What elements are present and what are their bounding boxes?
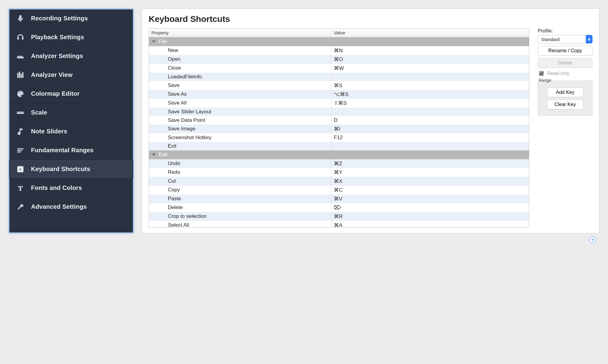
table-row[interactable]: LoadedFileInfo	[149, 73, 529, 81]
property-cell: New	[149, 46, 331, 55]
section-header-edit[interactable]: Edit	[149, 150, 529, 159]
sidebar-item-label: Scale	[31, 109, 47, 116]
main-panel: Keyboard Shortcuts Property Value FileNe…	[142, 9, 599, 233]
property-cell: Crop to selection	[149, 212, 331, 221]
settings-sidebar: Recording SettingsPlayback SettingsAnaly…	[9, 9, 134, 233]
table-row[interactable]: Screenshot HotkeyF12	[149, 133, 529, 142]
table-row[interactable]: Save Image⌘I	[149, 125, 529, 133]
lines-icon	[16, 146, 25, 154]
value-cell: ⌘A	[331, 221, 529, 227]
property-cell: Save All	[149, 99, 331, 108]
value-cell	[331, 142, 529, 150]
table-row[interactable]: Undo⌘Z	[149, 159, 529, 168]
sidebar-item-label: Keyboard Shortcuts	[31, 166, 90, 173]
table-body[interactable]: FileNew⌘NOpen⌘OClose⌘WLoadedFileInfoSave…	[149, 37, 529, 227]
table-row[interactable]: Select All⌘A	[149, 221, 529, 227]
sidebar-item-label: Advanced Settings	[31, 203, 87, 210]
sidebar-item-label: Recording Settings	[31, 15, 88, 22]
sidebar-item-label: Fundamental Ranges	[31, 147, 94, 154]
property-cell: Save	[149, 81, 331, 90]
sidebar-item-analyzer-view[interactable]: Analyzer View	[9, 66, 133, 84]
sidebar-item-recording-settings[interactable]: Recording Settings	[9, 9, 133, 28]
table-row[interactable]: Close⌘W	[149, 64, 529, 73]
profile-label: Profile:	[538, 28, 592, 34]
value-cell: ⌘W	[331, 64, 529, 73]
property-cell: Save Slider Layout	[149, 108, 331, 116]
property-cell: Undo	[149, 159, 331, 168]
svg-text:T: T	[18, 184, 23, 192]
value-cell: ⌘I	[331, 125, 529, 133]
column-property[interactable]: Property	[149, 29, 331, 37]
sidebar-item-analyzer-settings[interactable]: Analyzer Settings	[9, 47, 133, 66]
rename-copy-button[interactable]: Rename / Copy	[538, 46, 592, 56]
table-row[interactable]: Copy⌘C	[149, 186, 529, 194]
sidebar-item-scale[interactable]: Scale	[9, 103, 133, 122]
profile-select[interactable]: Standard	[538, 35, 592, 43]
help-icon[interactable]: ?	[589, 237, 596, 243]
table-row[interactable]: Save Slider Layout	[149, 108, 529, 116]
sidebar-item-label: Analyzer View	[31, 71, 73, 78]
sidebar-item-advanced-settings[interactable]: Advanced Settings	[9, 197, 133, 216]
read-only-checkbox[interactable]: Read-only	[538, 70, 592, 77]
table-row[interactable]: Open⌘O	[149, 55, 529, 64]
value-cell: ⌘X	[331, 177, 529, 186]
key-a-icon: A	[16, 165, 25, 173]
property-cell: Redo	[149, 168, 331, 177]
property-cell: Select All	[149, 221, 331, 227]
sidebar-item-fonts-and-colors[interactable]: TFonts and Colors	[9, 179, 133, 197]
sidebar-item-label: Note Sliders	[31, 128, 67, 135]
profile-value: Standard	[541, 37, 560, 42]
table-row[interactable]: Paste⌘V	[149, 194, 529, 203]
section-header-file[interactable]: File	[149, 37, 529, 46]
sidebar-item-keyboard-shortcuts[interactable]: AKeyboard Shortcuts	[9, 160, 133, 179]
table-row[interactable]: Exit	[149, 142, 529, 150]
value-cell: ⌘Z	[331, 159, 529, 168]
clear-key-button[interactable]: Clear Key	[547, 100, 583, 109]
property-cell: Close	[149, 64, 331, 73]
value-cell: ⌘O	[331, 55, 529, 64]
sidebar-item-note-sliders[interactable]: Note Sliders	[9, 122, 133, 141]
property-cell: Save As	[149, 90, 331, 99]
read-only-input[interactable]	[539, 71, 544, 76]
add-key-button[interactable]: Add Key	[547, 88, 583, 97]
table-row[interactable]: Redo⌘Y	[149, 168, 529, 177]
read-only-label: Read-only	[547, 71, 569, 76]
table-row[interactable]: Cut⌘X	[149, 177, 529, 186]
value-cell: ⌘Y	[331, 168, 529, 177]
bars-icon	[16, 71, 25, 79]
sidebar-item-label: Fonts and Colors	[31, 184, 82, 191]
section-name: Edit	[159, 152, 168, 158]
sidebar-item-colormap-editor[interactable]: Colormap Editor	[9, 84, 133, 103]
table-row[interactable]: Save All⇧⌘S	[149, 99, 529, 108]
sidebar-item-playback-settings[interactable]: Playback Settings	[9, 28, 133, 47]
disclosure-triangle-icon	[152, 40, 156, 43]
value-cell: ⌘R	[331, 212, 529, 221]
property-cell: Paste	[149, 194, 331, 203]
property-cell: Cut	[149, 177, 331, 186]
table-row[interactable]: Save Data PointD	[149, 116, 529, 125]
page-title: Keyboard Shortcuts	[149, 14, 592, 24]
delete-button[interactable]: Delete	[538, 58, 592, 68]
section-name: File	[159, 39, 167, 45]
shortcuts-table: Property Value FileNew⌘NOpen⌘OClose⌘WLoa…	[149, 28, 529, 228]
ruler-icon	[16, 109, 25, 117]
column-value[interactable]: Value	[331, 29, 529, 37]
value-cell: ⌘S	[331, 81, 529, 90]
range-title: Range	[538, 78, 552, 83]
table-row[interactable]: Delete⌦	[149, 203, 529, 212]
disclosure-triangle-icon	[152, 153, 156, 156]
sidebar-item-fundamental-ranges[interactable]: Fundamental Ranges	[9, 141, 133, 160]
table-row[interactable]: Save As⌥⌘S	[149, 90, 529, 99]
property-cell: Save Data Point	[149, 116, 331, 125]
headphones-icon	[16, 33, 25, 41]
table-row[interactable]: New⌘N	[149, 46, 529, 55]
palette-icon	[16, 90, 25, 98]
table-row[interactable]: Crop to selection⌘R	[149, 212, 529, 221]
table-row[interactable]: Save⌘S	[149, 81, 529, 90]
sidebar-item-label: Playback Settings	[31, 34, 84, 41]
sidebar-item-label: Analyzer Settings	[31, 53, 83, 60]
value-cell	[331, 73, 529, 81]
property-cell: Delete	[149, 203, 331, 212]
text-t-icon: T	[16, 184, 25, 192]
value-cell: ⌘V	[331, 194, 529, 203]
